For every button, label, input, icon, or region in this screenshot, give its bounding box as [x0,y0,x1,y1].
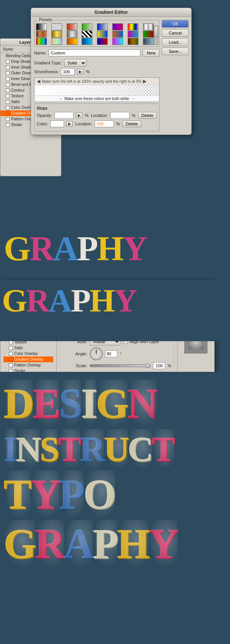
smooth-label: Smoothness: [34,69,59,74]
ge-buttons: OK Cancel Load... Save... [162,20,189,131]
presets-grid [36,23,158,45]
smooth-row: Smoothness: ▶ % [34,68,159,75]
type-select[interactable]: Solid Noise [64,59,87,67]
cb-texture [6,94,10,98]
scrollbar-track [154,26,158,44]
smooth-pct: % [86,69,90,74]
letter-I: I [81,380,96,428]
color-loc-pct: % [116,122,120,126]
cb-ls-color-overlay [9,352,13,356]
opacity-stop-input[interactable] [54,112,74,119]
preset-18[interactable] [51,38,62,45]
presets-scrollbar[interactable] [154,26,158,45]
bg-blending-label: Blending Option [6,54,33,58]
go-scale-slider[interactable] [90,364,151,367]
letter-U: U [104,429,128,470]
preset-13[interactable] [97,31,108,38]
ge-load-button[interactable]: Load... [162,38,189,46]
go-scale-input[interactable] [153,362,165,369]
color-location-input[interactable] [95,120,114,127]
preset-12[interactable] [82,31,92,38]
word-instruct-row: I N S T R U C T [4,429,226,470]
ge-ok-button[interactable]: OK [162,20,189,28]
go-scale-row: Scale: % [62,362,171,369]
preset-5[interactable] [97,23,108,30]
cb-pattern-overlay [6,117,10,121]
ls-gradient-overlay[interactable]: Gradient Overlay [3,356,53,362]
preset-15[interactable] [128,31,138,38]
preset-22[interactable] [112,38,123,45]
mid-h: H [90,282,114,319]
smooth-input[interactable] [61,68,75,75]
letter-R: R [80,429,104,470]
letter-G: G [96,380,128,428]
opacity-location-input[interactable] [110,112,130,119]
letter-Y2: Y [148,520,177,568]
word-graphy-row: G R A P H Y [4,520,226,568]
preset-1[interactable] [36,23,47,30]
gradient-bar-area: ◀ Make sure the left is at 100% opacity … [34,77,159,102]
name-input[interactable] [49,49,140,56]
letter-E: E [33,380,59,428]
cb-contour [6,89,10,92]
color-arrow-btn[interactable]: ▶ [66,121,73,127]
letter-O: O [84,470,115,519]
preset-10[interactable] [51,31,62,38]
letter-N: N [127,380,156,428]
cb-stroke [6,123,10,127]
ls-color-overlay[interactable]: Color Overlay [3,351,53,356]
preset-6[interactable] [112,23,123,30]
preset-20[interactable] [82,38,92,45]
ls-pattern-overlay[interactable]: Pattern Overlay [3,362,53,368]
gradient-editor-dialog: Gradient Editor Presets [31,8,192,135]
cb-ls-satin [9,346,13,350]
preset-9[interactable] [36,31,47,38]
preset-17[interactable] [36,38,47,45]
preset-4[interactable] [82,23,92,30]
mid-typo-preview: G R A P H Y [0,280,230,341]
color-stop-row: Color: ▶ Location: % Delete [37,120,157,127]
preset-16[interactable] [143,31,154,38]
preset-21[interactable] [97,38,108,45]
letter-C: C [128,429,152,470]
color-delete-btn[interactable]: Delete [122,120,141,127]
opacity-hint-text: Make sure the left is at 100% opacity an… [42,79,141,84]
scrollbar-thumb[interactable] [154,26,158,38]
mid-a: A [49,282,71,319]
opacity-hint: ◀ Make sure the left is at 100% opacity … [34,78,159,85]
go-angle-knob[interactable] [90,347,103,360]
gradient-preview-bar[interactable] [34,85,159,96]
go-angle-input[interactable] [105,350,117,357]
preset-7[interactable] [128,23,138,30]
ge-cancel-button[interactable]: Cancel [162,29,189,37]
ge-save-button[interactable]: Save... [162,48,189,55]
preset-23[interactable] [128,38,138,45]
preset-24[interactable] [143,38,154,45]
preset-8[interactable] [143,23,154,30]
top-section: Layer Style Styles Blending Option Drop … [0,0,230,188]
mid-g: G [2,282,26,319]
color-location-label: Location: [75,122,92,126]
new-button[interactable]: New [143,49,159,57]
stop-left-arrow: ◀ [37,79,40,84]
preset-11[interactable] [67,31,77,38]
preset-3[interactable] [67,23,77,30]
preset-2[interactable] [51,23,62,30]
letter-T2: T [152,429,174,470]
preset-19[interactable] [67,38,77,45]
ls-satin[interactable]: Satin [3,345,53,351]
name-label: Name: [34,51,46,55]
bottom-typography-section: D E S I G N I N S T R U C T T Y P O G R … [0,372,230,640]
word-design-row: D E S I G N [4,380,226,428]
arrow-right: → [131,97,135,101]
color-swatch[interactable] [50,120,64,127]
opacity-delete-btn[interactable]: Delete [138,112,157,119]
preset-14[interactable] [112,31,123,38]
gradient-overlay-bar [34,85,159,95]
type-row: Gradient Type: Solid Noise [34,59,159,67]
opacity-stop-row: Opacity: ▶ % Location: % Delete [37,112,157,119]
smooth-pct-arrow[interactable]: ▶ [77,69,84,74]
opacity-arrow[interactable]: ▶ [76,113,82,118]
letter-S: S [59,380,81,428]
opacity-loc-pct: % [132,113,136,118]
